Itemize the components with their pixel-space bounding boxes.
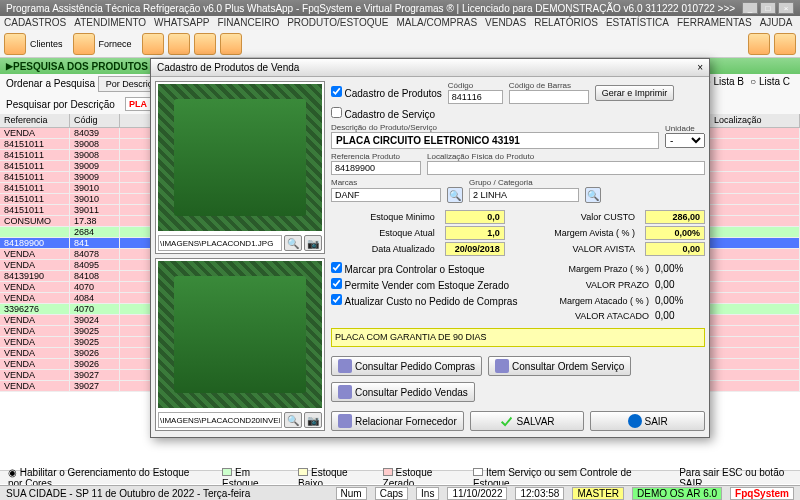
est-min-value[interactable]: 0,0 [445,210,505,224]
col-localizacao[interactable]: Localização [710,114,800,127]
val-at-label: VALOR ATACADO [575,311,649,321]
codigo-field[interactable] [448,90,503,104]
menu-item[interactable]: FERRAMENTAS [677,17,752,29]
descricao-label: Descrição do Produto/Serviço [331,123,659,132]
clientes-icon[interactable] [4,33,26,55]
consultar-ordem-button[interactable]: Consultar Ordem Serviço [488,356,631,376]
cadastro-produto-dialog: Cadastro de Produtos de Venda × 🔍 📷 🔍 📷 [150,58,710,438]
menu-item[interactable]: ATENDIMENTO [74,17,146,29]
menu-item[interactable]: MALA/COMPRAS [396,17,477,29]
document-icon [495,359,509,373]
codigo-label: Código [448,81,503,90]
status-location: SUA CIDADE - SP 11 de Outubro de 2022 - … [6,488,250,499]
lista-b-radio[interactable]: ○ Lista B [705,76,744,87]
product-image-1 [158,84,322,231]
marcas-field[interactable] [331,188,441,202]
browse-image-2-button[interactable]: 🔍 [284,412,302,428]
lista-c-radio[interactable]: ○ Lista C [750,76,790,87]
menu-item[interactable]: VENDAS [485,17,526,29]
val-at-value[interactable]: 0,00 [655,310,705,321]
window-titlebar: Programa Assistência Técnica Refrigeraçã… [0,0,800,16]
unidade-select[interactable]: - [665,133,705,148]
marg-at-value[interactable]: 0,00% [655,295,705,306]
minimize-button[interactable]: _ [742,2,758,14]
image-path-1[interactable] [158,235,282,251]
menu-item[interactable]: CADASTROS [4,17,66,29]
codigo-barras-field[interactable] [509,90,589,104]
image-path-2[interactable] [158,412,282,428]
ins-indicator: Ins [416,487,439,500]
menu-item[interactable]: FINANCEIRO [217,17,279,29]
maximize-button[interactable]: □ [760,2,776,14]
consultar-vendas-button[interactable]: Consultar Pedido Vendas [331,382,475,402]
demo-badge: DEMO OS AR 6.0 [632,487,722,500]
val-av-label: VALOR AVISTA [515,244,635,254]
salvar-button[interactable]: SALVAR [470,411,585,431]
relacionar-fornecedor-button[interactable]: Relacionar Fornecedor [331,411,464,431]
grupo-field[interactable] [469,188,579,202]
fornecedor-icon[interactable] [73,33,95,55]
toolbar: Clientes Fornece [0,30,800,58]
pesquisa-label: Pesquisar por Descrição [6,99,115,110]
image-box-2: 🔍 📷 [155,258,325,431]
toolbar-icon[interactable] [142,33,164,55]
marg-pz-value[interactable]: 0,00% [655,263,705,274]
master-badge: MASTER [572,487,624,500]
camera-1-button[interactable]: 📷 [304,235,322,251]
val-pz-label: VALOR PRAZO [586,280,649,290]
caps-indicator: Caps [375,487,408,500]
document-icon [338,385,352,399]
marcas-lookup-button[interactable]: 🔍 [447,187,463,203]
marg-av-value[interactable]: 0,00% [645,226,705,240]
browse-image-1-button[interactable]: 🔍 [284,235,302,251]
cadastro-produtos-checkbox[interactable]: Cadastro de Produtos [331,86,442,99]
val-av-value[interactable]: 0,00 [645,242,705,256]
grupo-lookup-button[interactable]: 🔍 [585,187,601,203]
menu-item[interactable]: RELATÓRIOS [534,17,598,29]
col-codigo[interactable]: Códig [70,114,120,127]
val-pz-value[interactable]: 0,00 [655,279,705,290]
cadastro-servico-checkbox[interactable]: Cadastro de Serviço [331,107,435,120]
vender-zerado-checkbox[interactable]: Permite Vender com Estoque Zerado [331,278,509,291]
menubar: CADASTROS ATENDIMENTO WHATSAPP FINANCEIR… [0,16,800,30]
toolbar-icon[interactable] [774,33,796,55]
dialog-title: Cadastro de Produtos de Venda [157,62,299,73]
check-icon [500,414,514,428]
est-min-label: Estoque Minimo [331,212,435,222]
brand-badge: FpqSystem [730,487,794,500]
ordenar-label: Ordenar a Pesquisa [6,78,95,89]
image-box-1: 🔍 📷 [155,81,325,254]
menu-item[interactable]: PRODUTO/ESTOQUE [287,17,388,29]
ctrl-estoque-checkbox[interactable]: Marcar pra Controlar o Estoque [331,262,485,275]
menu-item[interactable]: AJUDA [760,17,793,29]
toolbar-icon[interactable] [748,33,770,55]
marg-pz-label: Margem Prazo ( % ) [568,264,649,274]
col-referencia[interactable]: Referencia [0,114,70,127]
dialog-close-button[interactable]: × [697,62,703,73]
data-label: Data Atualizado [331,244,435,254]
marg-at-label: Margem Atacado ( % ) [559,296,649,306]
camera-2-button[interactable]: 📷 [304,412,322,428]
menu-item[interactable]: WHATSAPP [154,17,209,29]
dialog-titlebar: Cadastro de Produtos de Venda × [151,59,709,77]
sair-dialog-button[interactable]: SAIR [590,411,705,431]
toolbar-icon[interactable] [220,33,242,55]
est-atual-value[interactable]: 1,0 [445,226,505,240]
notas-field[interactable]: PLACA COM GARANTIA DE 90 DIAS [331,328,705,347]
consultar-compras-button[interactable]: Consultar Pedido Compras [331,356,482,376]
num-indicator: Num [336,487,367,500]
close-button[interactable]: × [778,2,794,14]
custo-value[interactable]: 286,00 [645,210,705,224]
referencia-field[interactable] [331,161,421,175]
gerar-imprimir-button[interactable]: Gerar e Imprimir [595,85,675,101]
atualizar-custo-checkbox[interactable]: Atualizar Custo no Pedido de Compras [331,294,517,307]
data-value[interactable]: 20/09/2018 [445,242,505,256]
marg-av-label: Margem Avista ( % ) [515,228,635,238]
toolbar-icon[interactable] [194,33,216,55]
menu-item[interactable]: ESTATÍSTICA [606,17,669,29]
toolbar-label: Fornece [99,39,132,49]
window-title: Programa Assistência Técnica Refrigeraçã… [6,3,735,14]
localizacao-field[interactable] [427,161,705,175]
toolbar-icon[interactable] [168,33,190,55]
descricao-field[interactable]: PLACA CIRCUITO ELETRONICO 43191 [331,132,659,149]
